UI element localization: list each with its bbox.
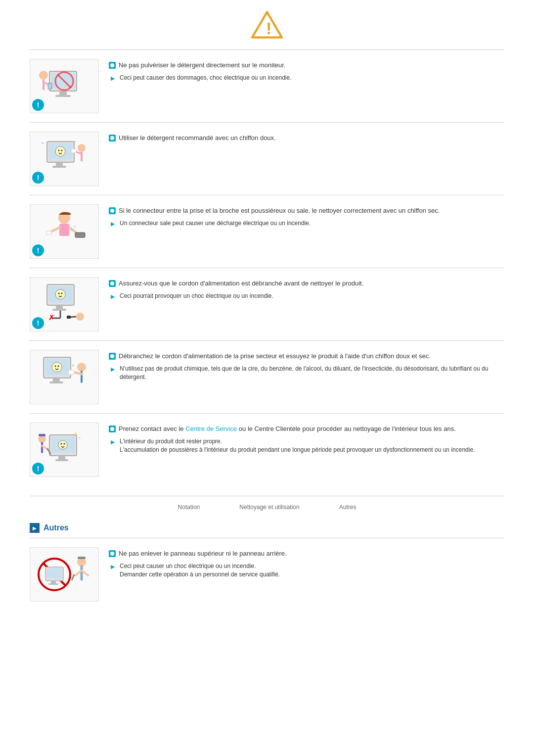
sub-point-1: ▶ Ceci peut causer des dommages, choc él… [111,74,504,82]
nav-nettoyage[interactable]: Nettoyage et utilisation [239,504,299,511]
svg-rect-32 [75,233,85,237]
svg-rect-20 [56,162,63,166]
blue-square-icon-2 [109,135,116,142]
svg-text:!: ! [266,20,271,38]
svg-rect-27 [71,149,76,153]
svg-point-18 [58,150,60,151]
instruction-content-6: Prenez contact avec le Centre de Service… [109,423,504,454]
instruction-row-2: ✦ ✦ ! Utiliser le détergent recommandé a… [30,122,504,195]
blue-square-icon-4 [109,280,116,287]
instruction-content-3: Si le connecteur entre la prise et la br… [109,204,504,228]
page-container: ! [0,0,534,620]
instruction-row-3: ✦ ✦ ! Si le connecteur entre la prise et… [30,195,504,268]
svg-point-53 [58,366,59,367]
autres-main-point-1: Ne pas enlever le panneau supérieur ni l… [109,549,504,558]
instruction-content-1: Ne pas pulvériser le détergent directeme… [109,59,504,83]
caution-badge-6: ! [32,463,44,474]
autres-arrow-icon-1: ▶ [111,563,117,570]
svg-point-19 [61,150,63,151]
sub-point-3: ▶ Un connecteur sale peut causer une déc… [111,219,504,228]
sub-text-1: Ceci peut causer des dommages, choc élec… [120,74,292,82]
instruction-row-1: ! Ne pas pulvériser le détergent directe… [30,49,504,122]
svg-point-56 [77,363,86,372]
arrow-icon-3: ▶ [111,220,117,228]
svg-text:✦: ✦ [73,225,76,228]
svg-rect-35 [46,231,51,235]
instruction-image-2: ✦ ✦ ! [30,132,99,186]
main-point-1: Ne pas pulvériser le détergent directeme… [109,61,504,70]
caution-badge-4: ! [32,317,44,329]
instruction-row-4: ✗ ! Assurez-vous que le cordon d'aliment… [30,268,504,340]
service-center-link[interactable]: Centre de Service [185,425,237,432]
instruction-image-1: ! [30,59,99,113]
main-point-4: Assurez-vous que le cordon d'alimentatio… [109,279,504,288]
main-point-6: Prenez contact avec le Centre de Service… [109,425,504,433]
main-point-2: Utiliser le détergent recommandé avec un… [109,134,504,142]
caution-badge-1: ! [32,99,44,111]
instruction-image-5: ✦ [30,350,99,404]
warning-icon-top: ! [30,10,504,40]
svg-point-40 [61,293,63,294]
nav-notation[interactable]: Notation [178,504,200,511]
blue-square-icon-5 [109,353,116,360]
svg-point-6 [39,71,48,80]
svg-line-87 [72,574,74,580]
svg-rect-79 [47,568,62,578]
svg-text:✦: ✦ [73,140,77,144]
svg-rect-81 [48,583,58,585]
svg-rect-80 [51,581,56,583]
blue-square-icon-3 [109,207,116,214]
svg-rect-29 [59,224,69,236]
instruction-image-3: ✦ ✦ ! [30,204,99,259]
svg-text:✗: ✗ [48,314,54,322]
caution-badge-3: ! [32,244,44,256]
caution-badge-2: ! [32,172,44,184]
bottom-nav: Notation Nettoyage et utilisation Autres [30,496,504,516]
nav-autres[interactable]: Autres [339,504,356,511]
svg-point-39 [58,293,60,294]
svg-text:✦: ✦ [41,141,44,146]
instruction-row-5: ✦ Débranchez le cordon d'alimentation de… [30,340,504,413]
svg-point-65 [64,443,65,445]
main-text-3: Si le connecteur entre la prise et la br… [119,206,440,215]
svg-point-45 [76,313,84,321]
sub-text-3: Un connecteur sale peut causer une décha… [120,219,311,228]
sub-text-4: Ceci pourrait provoquer un choc électriq… [120,292,273,300]
svg-point-64 [61,443,62,445]
arrow-icon-5: ▶ [111,366,117,373]
sub-text-6: L'intérieur du produit doit rester propr… [120,437,475,454]
sub-point-6: ▶ L'intérieur du produit doit rester pro… [111,437,504,454]
svg-point-38 [55,289,65,299]
instruction-content-5: Débranchez le cordon d'alimentation de l… [109,350,504,381]
autres-section-header: Autres [30,523,504,533]
svg-rect-59 [68,370,74,375]
svg-rect-5 [55,95,71,97]
svg-point-24 [78,144,86,152]
svg-point-51 [52,362,62,372]
svg-rect-67 [55,459,68,461]
arrow-icon-1: ▶ [111,75,117,82]
sub-point-5: ▶ N'utilisez pas de produit chimique, te… [111,365,504,381]
blue-square-icon-1 [109,62,116,69]
svg-text:✦: ✦ [78,436,81,439]
svg-rect-4 [59,91,67,95]
svg-rect-55 [49,381,63,383]
autres-sub-text-1: Ceci peut causer un choc électrique ou u… [120,562,280,579]
instruction-image-4: ✗ ! [30,277,99,331]
sub-text-5: N'utilisez pas de produit chimique, tels… [120,365,504,381]
svg-rect-21 [52,166,66,168]
main-text-1: Ne pas pulvériser le détergent directeme… [119,61,285,70]
main-text-2: Utiliser le détergent recommandé avec un… [119,134,276,142]
arrow-icon-6: ▶ [111,438,117,446]
autres-instruction-row-1: Ne pas enlever le panneau supérieur ni l… [30,538,504,611]
main-text-4: Assurez-vous que le cordon d'alimentatio… [119,279,363,288]
svg-point-52 [55,366,56,367]
svg-rect-83 [78,557,86,559]
arrow-icon-4: ▶ [111,293,117,300]
autres-section-icon [30,523,40,533]
autres-main-text-1: Ne pas enlever le panneau supérieur ni l… [119,549,287,558]
svg-text:✦: ✦ [74,431,78,436]
autres-section-title: Autres [44,523,69,532]
blue-square-icon-6 [109,425,116,432]
svg-line-58 [73,372,82,374]
